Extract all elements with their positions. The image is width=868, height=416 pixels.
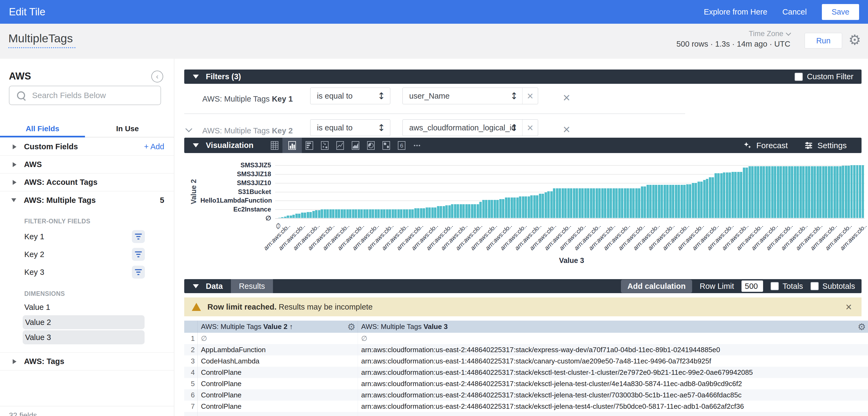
add-custom-field-button[interactable]: + Add (144, 142, 164, 151)
viz-type-scatter-icon[interactable] (317, 138, 333, 153)
clear-value-icon[interactable]: × (522, 119, 538, 136)
bar (292, 215, 295, 218)
bar (284, 217, 286, 218)
operator-value: is equal to (317, 124, 352, 132)
subtotals-toggle[interactable]: Subtotals (810, 282, 855, 291)
filter-value-input[interactable]: user_Name↕× (402, 88, 538, 104)
viz-type-table-icon[interactable] (267, 138, 282, 153)
visualization-section-header[interactable]: Visualization 6 Forecast Settings (184, 138, 862, 153)
data-section-header[interactable]: Data Results Add calculation Row Limit 5… (184, 279, 862, 293)
bar (287, 215, 289, 218)
explore-from-here-link[interactable]: Explore from Here (704, 7, 767, 16)
viz-type-single-value-icon[interactable]: 6 (394, 138, 409, 153)
sidebar-section-aws-multiple-tags[interactable]: AWS: Multiple Tags5 (0, 191, 174, 209)
bar (689, 184, 691, 218)
operator-value: is equal to (317, 92, 352, 101)
field-item-key-2[interactable]: Key 2 (0, 245, 174, 263)
filters-section-header[interactable]: Filters (3) Custom Filter (184, 70, 862, 84)
tab-all-fields[interactable]: All Fields (0, 120, 85, 137)
custom-filter-checkbox[interactable] (795, 73, 803, 81)
timezone-dropdown[interactable]: Time Zone (677, 30, 790, 38)
totals-checkbox[interactable] (771, 282, 779, 290)
bar (669, 185, 672, 218)
bar (678, 185, 680, 218)
settings-button[interactable]: Settings (804, 141, 847, 150)
bar (732, 172, 734, 218)
chevron-right-icon (13, 144, 17, 149)
sidebar-section-aws-account-tags[interactable]: AWS: Account Tags (0, 174, 174, 191)
filters-body: AWS: Multiple Tags Key 1is equal to↕user… (184, 84, 862, 138)
viz-type-area-icon[interactable] (348, 138, 363, 153)
viz-type-column-icon[interactable] (282, 138, 302, 153)
column-header-value2[interactable]: AWS: Multiple Tags Value 2 ↑ ⚙ (198, 321, 358, 333)
remove-filter-icon[interactable]: × (563, 90, 570, 105)
viz-type-map-icon[interactable] (379, 138, 394, 153)
bar (847, 166, 850, 218)
bar (740, 172, 742, 218)
filter-by-field-button[interactable] (132, 230, 145, 243)
viz-type-pie-icon[interactable] (363, 138, 379, 153)
collapse-filters-icon[interactable] (193, 75, 199, 79)
sidebar-section-aws[interactable]: AWS (0, 156, 174, 174)
field-item-key-3[interactable]: Key 3 (0, 263, 174, 281)
tab-results[interactable]: Results (231, 279, 273, 293)
bar (797, 166, 799, 218)
bar (728, 172, 731, 218)
bar (462, 204, 465, 218)
select-arrows-icon: ↕ (378, 122, 385, 133)
bar (564, 188, 567, 218)
bar (774, 166, 776, 218)
clear-value-icon[interactable]: × (522, 88, 538, 104)
custom-filter-toggle[interactable]: Custom Filter (795, 72, 854, 81)
search-fields-box[interactable]: Search Fields Below (9, 86, 161, 105)
bar (607, 188, 609, 218)
cell-value2: ControlPlane (198, 401, 358, 412)
save-button[interactable]: Save (822, 4, 859, 20)
bar (304, 213, 306, 218)
bar (853, 165, 856, 218)
filter-by-field-button[interactable] (132, 248, 145, 261)
dimension-item-value-1[interactable]: Value 1 (0, 300, 174, 314)
remove-filter-icon[interactable]: × (563, 122, 570, 137)
filter-operator-select[interactable]: is equal to↕ (310, 88, 390, 104)
column-gear-icon[interactable]: ⚙ (858, 321, 866, 332)
bar (494, 200, 496, 218)
forecast-button[interactable]: Forecast (743, 141, 788, 150)
row-limit-warning-banner: Row limit reached. Results may be incomp… (184, 298, 862, 316)
row-limit-input[interactable]: 500 (742, 280, 763, 292)
subtotals-checkbox[interactable] (810, 282, 819, 290)
cancel-button[interactable]: Cancel (782, 7, 807, 16)
filter-by-field-button[interactable] (132, 266, 145, 279)
filter-operator-select[interactable]: is equal to↕ (310, 119, 390, 136)
bar (460, 204, 462, 218)
sidebar-section-aws-tags[interactable]: AWS: Tags (0, 353, 174, 371)
dimension-item-value-3[interactable]: Value 3 (23, 330, 145, 344)
sidebar-section-custom-fields[interactable]: Custom Fields+ Add (0, 138, 174, 156)
bar (587, 188, 589, 218)
column-header-value3[interactable]: AWS: Multiple Tags Value 3 ⚙ (358, 321, 868, 333)
field-item-key-1[interactable]: Key 1 (0, 228, 174, 245)
run-button[interactable]: Run (805, 33, 842, 48)
tab-in-use[interactable]: In Use (85, 120, 170, 137)
bar (510, 198, 513, 218)
add-calculation-button[interactable]: Add calculation (621, 280, 692, 293)
filter-value-input[interactable]: aws_cloudformation_logical_id↕× (402, 119, 538, 136)
viz-type-line-icon[interactable] (333, 138, 348, 153)
viz-type-more-icon[interactable] (409, 138, 425, 153)
dimension-item-value-2[interactable]: Value 2 (23, 315, 145, 329)
column-gear-icon[interactable]: ⚙ (347, 321, 355, 332)
bar (550, 191, 553, 218)
bar (324, 209, 326, 218)
bar (278, 218, 281, 218)
bar (329, 209, 332, 218)
dismiss-warning-icon[interactable]: × (846, 301, 852, 313)
query-settings-gear-icon[interactable]: ⚙ (848, 32, 861, 48)
collapse-data-icon[interactable] (193, 284, 199, 288)
viz-type-bar-icon[interactable] (302, 138, 317, 153)
query-title[interactable]: MultipleTags (8, 32, 75, 48)
collapse-sidebar-button[interactable]: ‹ (151, 71, 163, 82)
bar (397, 209, 400, 218)
collapse-visualization-icon[interactable] (193, 143, 199, 147)
totals-toggle[interactable]: Totals (771, 282, 803, 291)
column-chart: SMS3JIZ5SMS3JIZ18SMS3JIZ10S31BucketHello… (184, 153, 868, 279)
